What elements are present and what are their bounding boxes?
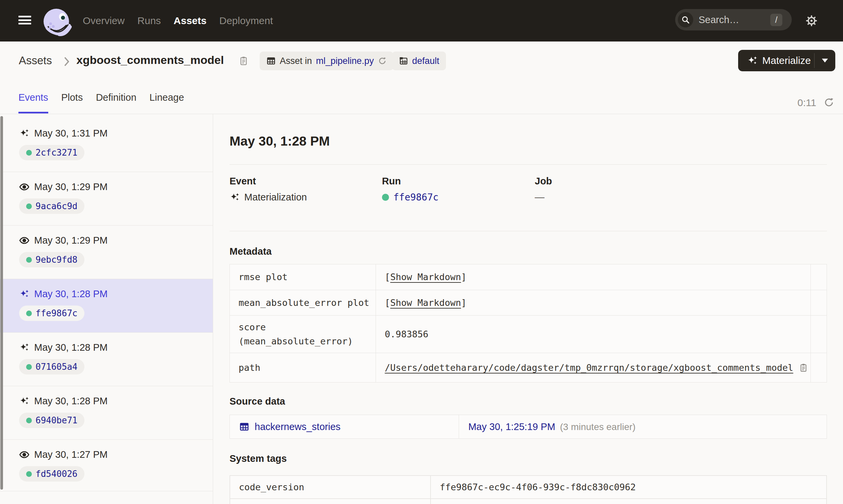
copy-path-icon[interactable] [799, 363, 808, 373]
run-pill[interactable]: 2cfc3271 [19, 145, 84, 160]
table-grid-icon [239, 422, 249, 432]
copy-asset-name-icon[interactable] [239, 56, 248, 66]
event-type-value: Materialization [229, 192, 307, 203]
repo-grid-icon [399, 56, 408, 66]
show-markdown-link[interactable]: Show Markdown [390, 298, 461, 308]
tab-events[interactable]: Events [18, 92, 48, 113]
event-timestamp: May 30, 1:28 PM [34, 288, 107, 300]
run-id-link[interactable]: ffe9867c [35, 308, 78, 318]
table-grid-icon [266, 56, 276, 66]
metadata-value: [Show Markdown] [376, 264, 811, 290]
reload-location-icon[interactable] [378, 57, 386, 65]
event-list-item[interactable]: May 30, 1:28 PM 6940be71 [0, 386, 213, 440]
nav-item-overview[interactable]: Overview [83, 15, 125, 26]
run-status-dot [26, 418, 32, 424]
auto-refresh-timer: 0:11 [797, 97, 816, 108]
search-shortcut-key: / [770, 14, 782, 26]
table-row: hackernews_stories May 30, 1:25:19 PM (3… [230, 415, 827, 439]
table-row: score (mean_absolute_error) 0.983856 [230, 316, 827, 353]
event-column-label: Event [229, 176, 256, 187]
run-status-dot [26, 150, 32, 156]
system-tag-value: ffe9867c-ec9c-4f06-939c-f8dc830c0962 [431, 475, 827, 499]
event-list-item[interactable]: May 30, 1:27 PM fd540026 [0, 440, 213, 491]
sidebar-scrollbar[interactable] [0, 116, 3, 490]
pipeline-file-link[interactable]: ml_pipeline.py [316, 56, 374, 66]
run-pill[interactable]: 6940be71 [19, 413, 84, 428]
materialize-button[interactable]: Materialize [738, 50, 835, 71]
asset-in-label: Asset in [280, 56, 312, 66]
tab-definition[interactable]: Definition [96, 92, 136, 113]
page-title: xgboost_comments_model [76, 54, 224, 67]
nav-item-runs[interactable]: Runs [137, 15, 161, 26]
event-timestamp: May 30, 1:28 PM [34, 396, 107, 407]
dagster-logo[interactable] [41, 7, 72, 37]
tab-plots[interactable]: Plots [61, 92, 83, 113]
job-column-label: Job [535, 176, 552, 187]
table-row: rmse plot [Show Markdown] [230, 264, 827, 290]
run-pill[interactable]: 9ebc9fd8 [19, 252, 84, 267]
breadcrumb-assets-link[interactable]: Assets [19, 54, 52, 67]
run-pill[interactable]: ffe9867c [19, 306, 84, 321]
run-pill[interactable]: 071605a4 [19, 359, 84, 375]
metadata-key: rmse plot [230, 264, 376, 290]
run-id-link[interactable]: 9ebc9fd8 [35, 255, 78, 265]
table-row: mean_absolute_error plot [Show Markdown] [230, 290, 827, 316]
materialization-icon [19, 396, 30, 406]
run-id-link[interactable]: fd540026 [35, 469, 78, 479]
observation-icon [19, 449, 30, 460]
metadata-key: score (mean_absolute_error) [230, 316, 376, 353]
search-bar[interactable]: / [675, 9, 792, 31]
run-pill[interactable]: fd540026 [19, 466, 84, 482]
run-id-link[interactable]: 071605a4 [35, 362, 78, 372]
refresh-icon[interactable] [824, 97, 834, 108]
run-id-link[interactable]: 2cfc3271 [35, 148, 78, 158]
source-asset-link[interactable]: hackernews_stories [239, 421, 459, 432]
search-icon [678, 12, 693, 28]
repo-default-link[interactable]: default [412, 56, 439, 66]
materialization-icon [229, 192, 240, 202]
tab-lineage[interactable]: Lineage [150, 92, 184, 113]
source-timestamp-link[interactable]: May 30, 1:25:19 PM [468, 421, 555, 432]
metadata-value: /Users/odetteharary/code/dagster/tmp_0mz… [376, 353, 811, 382]
metadata-table: rmse plot [Show Markdown] mean_absolute_… [229, 264, 827, 382]
event-list-sidebar: May 30, 1:31 PM 2cfc3271 May 30, 1:29 PM… [0, 114, 213, 504]
sparkle-icon [747, 55, 758, 66]
observation-icon [19, 235, 30, 246]
hamburger-menu-icon[interactable] [18, 16, 31, 24]
run-id-link[interactable]: 9aca6c9d [35, 201, 78, 211]
event-timestamp: May 30, 1:31 PM [34, 128, 107, 139]
show-markdown-link[interactable]: Show Markdown [390, 272, 461, 282]
table-row: path /Users/odetteharary/code/dagster/tm… [230, 353, 827, 382]
run-status-dot [26, 257, 32, 263]
run-id-link[interactable]: 6940be71 [35, 415, 78, 425]
system-tag-key: code_version [230, 475, 431, 499]
materialize-dropdown-caret[interactable] [814, 50, 835, 71]
run-value: ffe9867c [382, 192, 438, 203]
run-column-label: Run [382, 176, 401, 187]
path-link[interactable]: /Users/odetteharary/code/dagster/tmp_0mz… [385, 361, 793, 375]
run-id-link[interactable]: ffe9867c [393, 192, 438, 203]
event-list-item[interactable]: May 30, 1:29 PM 9ebc9fd8 [0, 226, 213, 279]
job-value: — [535, 192, 545, 203]
event-timestamp: May 30, 1:29 PM [34, 235, 107, 246]
nav-item-assets[interactable]: Assets [174, 15, 206, 26]
event-list-item[interactable]: May 30, 1:28 PM 071605a4 [0, 332, 213, 386]
materialization-icon [19, 342, 30, 353]
metadata-heading: Metadata [229, 246, 272, 257]
run-status-dot [26, 203, 32, 209]
source-data-table: hackernews_stories May 30, 1:25:19 PM (3… [229, 415, 827, 439]
nav-item-deployment[interactable]: Deployment [219, 15, 273, 26]
search-input[interactable] [699, 14, 759, 25]
source-data-heading: Source data [229, 396, 285, 407]
event-list-item-selected[interactable]: May 30, 1:28 PM ffe9867c [0, 279, 213, 332]
settings-gear-icon[interactable] [806, 15, 818, 27]
metadata-key: path [230, 353, 376, 382]
materialize-label: Materialize [762, 55, 811, 66]
table-row: code_version ffe9867c-ec9c-4f06-939c-f8d… [230, 475, 827, 499]
primary-nav: Overview Runs Assets Deployment [83, 0, 273, 41]
event-list-item[interactable]: May 30, 1:31 PM 2cfc3271 [0, 114, 213, 172]
event-list-item[interactable]: May 30, 1:29 PM 9aca6c9d [0, 172, 213, 226]
breadcrumb: Assets xgboost_comments_model Asset in m… [0, 48, 843, 74]
run-pill[interactable]: 9aca6c9d [19, 198, 84, 214]
event-detail-heading: May 30, 1:28 PM [229, 134, 330, 149]
